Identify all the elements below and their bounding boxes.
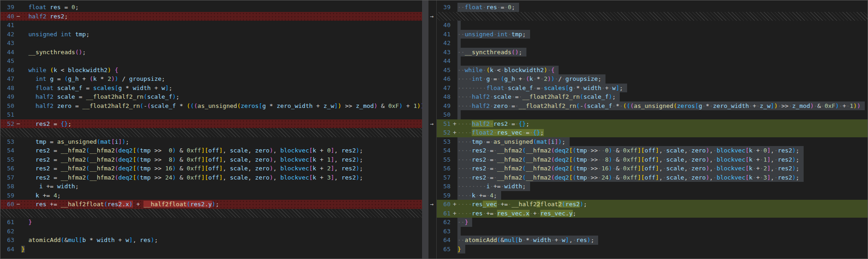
code-line[interactable]: 54 res2 = __hfma2(__hfma2(deq2[(tmp >> 0… <box>0 146 428 155</box>
code-line[interactable]: 63 <box>437 227 868 236</box>
line-number[interactable]: 63 <box>439 227 451 236</box>
line-number[interactable]: 56 <box>2 164 14 173</box>
code-line[interactable]: 40− half2 res2; <box>0 12 428 21</box>
line-number[interactable]: 59 <box>439 191 451 200</box>
line-number[interactable]: 44 <box>2 48 14 57</box>
line-number[interactable]: 40 <box>439 21 451 30</box>
line-number[interactable]: 54 <box>439 146 451 155</box>
code-line[interactable]: 58········i·+=·width; <box>437 182 868 191</box>
line-number[interactable]: 57 <box>439 173 451 182</box>
line-number[interactable]: 51 <box>2 110 14 119</box>
code-line[interactable]: 60− res += __half2float(res2.x) + __half… <box>0 200 428 209</box>
line-number[interactable]: 50 <box>2 101 14 111</box>
code-line[interactable]: 64} <box>0 245 428 254</box>
code-line[interactable]: 40 <box>437 21 868 30</box>
code-line[interactable]: 45··while·(k·<·blockwidth2)·{ <box>437 66 868 75</box>
code-line[interactable]: 43··__syncthreads(); <box>437 48 868 57</box>
line-number[interactable]: 55 <box>439 155 451 164</box>
code-line[interactable]: 42 <box>437 39 868 48</box>
diff-change-arrow-icon[interactable]: → <box>428 119 436 129</box>
code-line[interactable]: 47 int g = (g_h + (k * 2)) / groupsize; <box>0 74 428 84</box>
code-line[interactable]: 41 <box>0 21 428 30</box>
line-number[interactable]: 63 <box>2 236 14 245</box>
line-number[interactable]: 49 <box>439 101 451 111</box>
code-line[interactable]: 59 k += 4; <box>0 191 428 200</box>
line-number[interactable]: 61 <box>439 209 451 218</box>
code-line[interactable]: 57 res2 = __hfma2(__hfma2(deq2[(tmp >> 2… <box>0 173 428 182</box>
code-line[interactable]: 42 unsigned int tmp; <box>0 30 428 39</box>
line-number[interactable]: 41 <box>439 30 451 39</box>
line-number[interactable]: 56 <box>439 164 451 173</box>
code-line[interactable]: 46 while (k < blockwidth2) { <box>0 66 428 75</box>
line-number[interactable]: 50 <box>439 110 451 119</box>
code-line[interactable]: 56 res2 = __hfma2(__hfma2(deq2[(tmp >> 1… <box>0 164 428 173</box>
line-number[interactable]: 53 <box>439 137 451 146</box>
line-number[interactable]: 45 <box>439 66 451 75</box>
line-number[interactable]: 61 <box>2 218 14 227</box>
line-number[interactable]: 43 <box>439 48 451 57</box>
code-line[interactable]: 48····half2·scale·=·__float2half2_rn(sca… <box>437 92 868 101</box>
code-line[interactable]: 65} <box>437 245 868 254</box>
code-line[interactable]: 51+····half2·res2·=·{}; <box>437 119 868 129</box>
line-number[interactable]: 65 <box>439 245 451 254</box>
code-line[interactable]: 64··atomicAdd(&mul[b·*·width·+·w],·res); <box>437 236 868 245</box>
line-number[interactable]: 62 <box>439 218 451 227</box>
modified-code-pane[interactable]: 39··float·res·=·0;4041··unsigned·int·tmp… <box>436 0 868 259</box>
code-line[interactable]: 57····res2·=·__hfma2(__hfma2(deq2[(tmp·>… <box>437 173 868 182</box>
code-line[interactable]: 46····int·g·=·(g_h·+·(k·*·2))·/·groupsiz… <box>437 74 868 84</box>
line-number[interactable]: 48 <box>2 84 14 93</box>
code-line[interactable]: 39 float res = 0; <box>0 3 428 12</box>
line-number[interactable]: 43 <box>2 39 14 48</box>
code-line[interactable]: 61+····res·+=·res_vec.x·+·res_vec.y; <box>437 209 868 218</box>
code-line[interactable]: 62 <box>0 227 428 236</box>
line-number[interactable]: 46 <box>2 66 14 75</box>
diff-change-arrow-icon[interactable]: → <box>428 12 436 21</box>
line-number[interactable]: 60 <box>2 200 14 209</box>
code-line[interactable]: 52+····float2·res_vec·=·{}; <box>437 128 868 137</box>
line-number[interactable]: 51 <box>439 119 451 129</box>
line-number[interactable]: 64 <box>439 236 451 245</box>
code-line[interactable]: 58 i += width; <box>0 182 428 191</box>
code-line[interactable]: 55 res2 = __hfma2(__hfma2(deq2[(tmp >> 8… <box>0 155 428 164</box>
code-line[interactable]: 49 half2 scale = __float2half2_rn(scale_… <box>0 92 428 101</box>
diff-change-arrow-icon[interactable]: → <box>428 200 436 209</box>
line-number[interactable]: 59 <box>2 191 14 200</box>
code-line[interactable]: 48 float scale_f = scales[g * width + w]… <box>0 84 428 93</box>
line-number[interactable]: 47 <box>439 84 451 93</box>
code-line[interactable]: 43 <box>0 39 428 48</box>
line-number[interactable]: 39 <box>439 3 451 12</box>
code-line[interactable]: 55····res2·=·__hfma2(__hfma2(deq2[(tmp·>… <box>437 155 868 164</box>
code-line[interactable]: 59····k·+=·4; <box>437 191 868 200</box>
line-number[interactable]: 52 <box>439 128 451 137</box>
line-number[interactable]: 41 <box>2 21 14 30</box>
line-number[interactable]: 62 <box>2 227 14 236</box>
line-number[interactable]: 58 <box>2 182 14 191</box>
code-line[interactable]: 44 <box>437 56 868 66</box>
line-number[interactable]: 58 <box>439 182 451 191</box>
code-line[interactable]: 49····half2·zero·=·__float2half2_rn(-(sc… <box>437 101 868 111</box>
line-number[interactable]: 48 <box>439 92 451 101</box>
code-line[interactable]: 45 <box>0 56 428 66</box>
code-line[interactable]: 54····res2·=·__hfma2(__hfma2(deq2[(tmp·>… <box>437 146 868 155</box>
code-line[interactable]: 50 half2 zero = __float2half2_rn(-(scale… <box>0 101 428 111</box>
code-line[interactable]: 53····tmp·=·as_unsigned(mat[i]); <box>437 137 868 146</box>
line-number[interactable]: 52 <box>2 119 14 129</box>
line-number[interactable]: 42 <box>2 30 14 39</box>
code-line[interactable]: 60+····res_vec·+=·__half22float2(res2); <box>437 200 868 209</box>
line-number[interactable]: 42 <box>439 39 451 48</box>
code-line[interactable]: 61 } <box>0 218 428 227</box>
code-line[interactable]: 53 tmp = as_unsigned(mat[i]); <box>0 137 428 146</box>
left-pane-scrollbar[interactable] <box>422 0 428 259</box>
line-number[interactable]: 40 <box>2 12 14 21</box>
line-number[interactable]: 45 <box>2 56 14 66</box>
line-number[interactable]: 57 <box>2 173 14 182</box>
line-number[interactable]: 47 <box>2 74 14 84</box>
code-line[interactable]: 51 <box>0 110 428 119</box>
line-number[interactable]: 46 <box>439 74 451 84</box>
code-line[interactable]: 47········float·scale_f·=·scales[g·*·wid… <box>437 84 868 93</box>
line-number[interactable]: 55 <box>2 155 14 164</box>
line-number[interactable]: 39 <box>2 3 14 12</box>
line-number[interactable]: 60 <box>439 200 451 209</box>
line-number[interactable]: 49 <box>2 92 14 101</box>
code-line[interactable]: 62··} <box>437 218 868 227</box>
